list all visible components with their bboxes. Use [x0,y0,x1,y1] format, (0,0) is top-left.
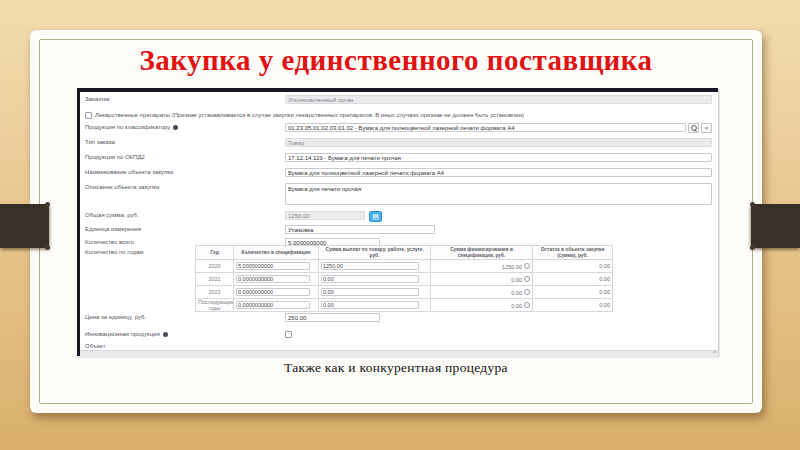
form-row-total-sum: Общая сумма, руб. ▤ [85,211,712,222]
col-year: Год [196,246,234,260]
col-rest: Остаток в объекте закупки (сумма), руб. [533,246,613,260]
col-fin: Сумма финансирования в спецификации, руб… [431,246,533,260]
presentation-slide: Закупка у единственного поставщика Заказ… [0,0,800,450]
pay-2020-input[interactable] [321,262,419,270]
table-row-next-years: Последующие годы 0.00 0.00 [196,299,613,312]
innovative-label: Инновационная продукция [85,331,160,337]
form-row-okpd2: Продукция по ОКПД2 [85,153,712,162]
drugs-checkbox-label: Лекарственные препараты (Признак устанав… [95,111,524,119]
year-cell: 2020 [196,260,234,273]
pay-2021-input[interactable] [321,275,419,283]
form-row-order-type: Тип заказа [85,138,712,147]
years-table: Год Количество в спецификации Сумма выпл… [195,245,613,312]
unit-price-input[interactable] [285,313,380,322]
classifier-label: Продукция по классификатору [85,124,170,130]
calculate-icon[interactable]: ▤ [369,211,382,222]
table-row-2022: 2022 0.00 0.00 [196,286,613,299]
customer-input [285,95,712,104]
customer-label: Заказчик [85,95,285,104]
object-name-label: Наименование объекта закупки [85,168,285,177]
scroll-up-icon[interactable]: ^ [713,350,716,356]
info-icon [163,332,168,337]
rest-next-value: 0.00 [533,299,613,312]
fin-2020-value: 1250.00 [502,264,522,270]
pay-next-input[interactable] [321,301,419,309]
col-qty: Количество в спецификации [234,246,319,260]
unit-label: Единица измерения [85,225,285,234]
form-row-unit: Единица измерения [85,225,712,234]
pay-2022-input[interactable] [321,288,419,296]
qty-2022-input[interactable] [236,288,310,296]
order-type-input [285,138,712,147]
drugs-checkbox[interactable] [85,112,92,119]
slide-caption: Также как и конкурентная процедура [30,360,762,376]
qty-2021-input[interactable] [236,275,310,283]
table-row-2020: 2020 1250.00 0.00 [196,260,613,273]
classifier-input[interactable] [285,123,686,132]
form-cutoff-bar: ^ [80,350,718,357]
form-row-object-desc: Описание объекта закупки Бумага для печа… [85,183,712,205]
form-row-classifier: Продукция по классификатору × [85,123,712,133]
total-sum-label: Общая сумма, руб. [85,211,285,220]
form-row-object-name: Наименование объекта закупки [85,168,712,177]
info-circle-icon [524,276,530,282]
fin-next-value: 0.00 [511,303,522,309]
form-row-unit-price: Цена за единицу, руб. [85,313,712,322]
unit-price-label: Цена за единицу, руб. [85,313,285,322]
rest-2022-value: 0.00 [533,286,613,299]
info-icon [173,125,178,130]
fin-2022-value: 0.00 [511,290,522,296]
clear-icon[interactable]: × [701,123,712,133]
info-circle-icon [524,302,530,308]
years-table-header-row: Год Количество в спецификации Сумма выпл… [196,246,613,260]
object-desc-label: Описание объекта закупки [85,183,285,192]
year-cell: Последующие годы [196,299,234,312]
object-name-input[interactable] [285,168,712,177]
slide-title: Закупка у единственного поставщика [30,44,762,77]
col-pay: Сумма выплат по товару, работе, услуге, … [319,246,431,260]
innovative-checkbox[interactable] [285,331,292,338]
qty-2020-input[interactable] [236,262,310,270]
year-cell: 2022 [196,286,234,299]
rest-2021-value: 0.00 [533,273,613,286]
object-desc-textarea[interactable]: Бумага для печати прочая [285,183,712,205]
year-cell: 2021 [196,273,234,286]
procurement-form: Заказчик Лекарственные препараты (Призна… [77,88,718,356]
left-tab-decoration [0,204,49,248]
table-row-2021: 2021 0.00 0.00 [196,273,613,286]
unit-input[interactable] [285,225,435,234]
slide-card: Закупка у единственного поставщика Заказ… [30,30,762,413]
qty-next-input[interactable] [236,301,310,309]
form-row-drugs: Лекарственные препараты (Признак устанав… [85,111,712,119]
search-icon[interactable] [688,123,699,133]
form-row-customer: Заказчик [85,95,712,104]
order-type-label: Тип заказа [85,138,285,147]
info-circle-icon [524,289,530,295]
okpd2-label: Продукция по ОКПД2 [85,153,285,162]
form-row-innovative: Инновационная продукция [85,330,712,339]
fin-2021-value: 0.00 [511,277,522,283]
info-circle-icon [524,263,530,269]
right-tab-decoration [751,204,800,248]
rest-2020-value: 0.00 [533,260,613,273]
total-sum-input [285,211,365,220]
okpd2-input[interactable] [285,153,712,162]
